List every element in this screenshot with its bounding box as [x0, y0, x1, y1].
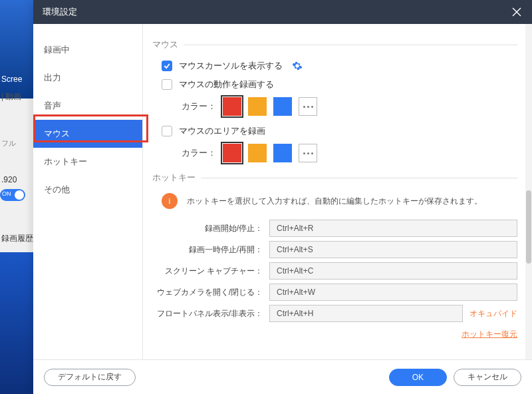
color-orange-1[interactable] [248, 97, 267, 116]
close-icon[interactable] [511, 6, 523, 18]
preferences-dialog: 環境設定 録画中 出力 音声 マウス ホットキー その他 マウス マウスカーソル… [33, 0, 532, 394]
titlebar: 環境設定 [33, 0, 532, 24]
section-hotkey: ホットキー [152, 172, 517, 184]
sidebar-item-mouse[interactable]: マウス [33, 120, 142, 148]
sidebar: 録画中 出力 音声 マウス ホットキー その他 [33, 24, 143, 359]
sidebar-item-output[interactable]: 出力 [33, 64, 142, 92]
defaults-button[interactable]: デフォルトに戻す [44, 369, 136, 386]
scrollbar-thumb[interactable] [526, 190, 531, 264]
hk-input-webcam[interactable] [269, 284, 517, 301]
bg-video-label: | 動画 [1, 91, 21, 102]
label-record-area: マウスのエリアを録画 [179, 125, 265, 137]
section-hotkey-label: ホットキー [152, 172, 196, 184]
color-blue-2[interactable] [273, 144, 292, 162]
section-mouse: マウス [152, 39, 517, 51]
color-orange-2[interactable] [248, 144, 267, 162]
color-blue-1[interactable] [273, 97, 292, 116]
color-label-2: カラー： [182, 147, 216, 159]
gear-icon[interactable] [292, 61, 303, 71]
hk-input-start[interactable] [269, 220, 517, 237]
sidebar-item-recording[interactable]: 録画中 [33, 36, 142, 64]
scrollbar[interactable] [525, 24, 532, 359]
color-red-1[interactable] [223, 97, 241, 116]
hk-label-pause: 録画一時停止/再開： [152, 244, 269, 256]
section-mouse-label: マウス [152, 39, 178, 51]
checkbox-record-area[interactable] [162, 126, 172, 136]
ok-button[interactable]: OK [389, 369, 447, 386]
sidebar-item-audio[interactable]: 音声 [33, 92, 142, 120]
bg-history-label: 録画履歴 [1, 233, 33, 244]
sidebar-item-hotkey[interactable]: ホットキー [33, 148, 142, 176]
bg-toggle-label: ON [2, 190, 11, 197]
hk-label-start: 録画開始/停止： [152, 223, 269, 234]
cancel-button[interactable]: キャンセル [454, 369, 521, 386]
dialog-title: 環境設定 [43, 6, 77, 18]
info-icon: i [162, 193, 178, 209]
color-more-2[interactable] [299, 144, 317, 162]
color-more-1[interactable] [299, 97, 317, 116]
hk-label-float: フロートパネル表示/非表示： [152, 308, 269, 319]
hotkey-restore-link[interactable]: ホットキー復元 [462, 329, 517, 339]
footer: デフォルトに戻す OK キャンセル [33, 359, 532, 394]
hk-input-pause[interactable] [269, 241, 517, 258]
bg-resolution: .920 [1, 175, 17, 184]
checkbox-show-cursor[interactable] [162, 61, 172, 71]
label-show-cursor: マウスカーソルを表示する [179, 60, 283, 72]
checkbox-record-actions[interactable] [162, 79, 172, 90]
content-pane: マウス マウスカーソルを表示する マウスの動作を録画する カラー： [143, 24, 532, 359]
hk-input-float[interactable] [269, 305, 463, 322]
bg-screen-label: Scree [1, 75, 22, 84]
occupied-label: オキュパイド [469, 308, 517, 319]
hk-label-capture: スクリーン キャプチャー： [152, 266, 269, 277]
hk-label-webcam: ウェブカメラを開く/閉じる： [152, 287, 269, 298]
label-record-actions: マウスの動作を録画する [179, 79, 274, 91]
bg-full-label: フル [1, 138, 16, 148]
color-label-1: カラー： [182, 100, 216, 112]
hotkey-info-text: ホットキーを選択して入力すれば、自動的に編集したホットキーが保存されます。 [187, 196, 482, 207]
color-red-2[interactable] [223, 144, 241, 162]
hk-input-capture[interactable] [269, 262, 517, 280]
sidebar-item-other[interactable]: その他 [33, 176, 142, 204]
